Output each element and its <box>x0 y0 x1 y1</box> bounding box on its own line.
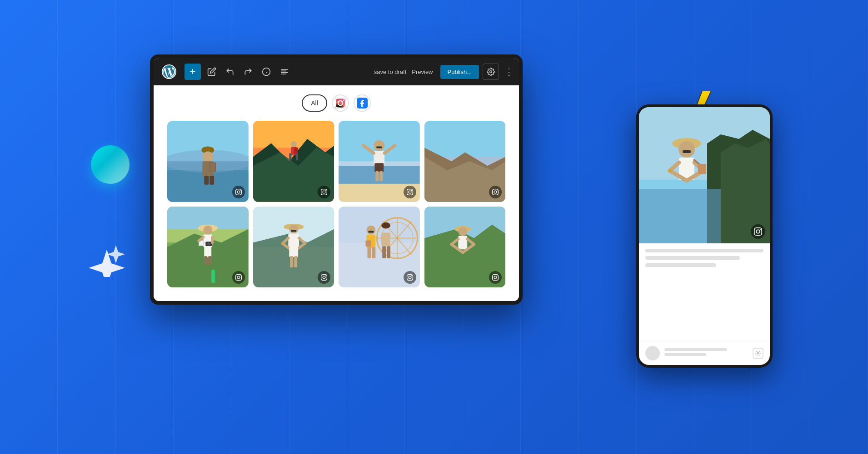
save-to-draft-button[interactable]: save to draft <box>374 69 407 75</box>
svg-point-18 <box>202 151 213 162</box>
filter-tab-facebook[interactable] <box>354 94 371 112</box>
mobile-content <box>639 243 770 341</box>
svg-rect-10 <box>335 98 346 109</box>
svg-rect-67 <box>208 256 211 265</box>
photo-item-6[interactable] <box>253 207 334 288</box>
instagram-badge-5 <box>232 271 245 284</box>
settings-button[interactable] <box>483 64 499 80</box>
filter-tab-instagram[interactable] <box>332 94 349 112</box>
mobile-footer-line-1 <box>664 348 727 351</box>
svg-point-72 <box>289 224 298 233</box>
svg-rect-47 <box>424 121 506 157</box>
mobile-frame <box>636 104 773 368</box>
photo-item-7[interactable] <box>339 207 420 288</box>
svg-rect-44 <box>375 171 379 181</box>
svg-rect-81 <box>290 256 293 267</box>
align-icon[interactable] <box>277 64 292 79</box>
svg-rect-33 <box>296 153 298 160</box>
svg-rect-65 <box>204 246 211 257</box>
svg-rect-73 <box>291 230 296 232</box>
svg-rect-96 <box>366 240 371 247</box>
mobile-avatar <box>645 346 660 360</box>
svg-point-128 <box>757 352 759 354</box>
instagram-badge-4 <box>489 186 502 198</box>
svg-rect-93 <box>367 247 371 258</box>
svg-rect-94 <box>372 247 375 258</box>
svg-rect-64 <box>211 269 215 283</box>
svg-rect-21 <box>210 163 215 172</box>
svg-rect-107 <box>458 236 467 249</box>
svg-rect-23 <box>210 176 214 185</box>
svg-rect-84 <box>339 207 420 242</box>
mobile-footer-line-2 <box>664 353 706 356</box>
svg-rect-22 <box>204 176 209 185</box>
svg-rect-127 <box>698 164 706 174</box>
wp-toolbar: + <box>154 58 519 85</box>
wp-content: All <box>154 85 519 301</box>
svg-rect-80 <box>289 247 298 257</box>
plus-icon: + <box>190 67 196 77</box>
photo-grid <box>167 121 505 287</box>
undo-icon[interactable] <box>223 64 237 79</box>
add-block-button[interactable]: + <box>185 64 201 80</box>
mobile-footer-lines <box>664 348 748 358</box>
edit-tool-icon[interactable] <box>205 64 219 79</box>
laptop-mockup: + <box>150 54 523 400</box>
svg-point-9 <box>490 71 492 73</box>
svg-rect-116 <box>639 189 721 243</box>
mobile-text-line-2 <box>645 256 740 260</box>
svg-point-106 <box>458 227 467 236</box>
svg-point-29 <box>290 141 297 148</box>
svg-rect-119 <box>683 150 691 153</box>
svg-rect-45 <box>379 171 383 181</box>
mobile-text-line-3 <box>645 263 716 267</box>
svg-rect-79 <box>281 242 284 244</box>
instagram-badge-3 <box>404 186 416 198</box>
photo-item-8[interactable] <box>424 207 506 288</box>
svg-point-118 <box>678 141 695 158</box>
instagram-badge-7 <box>404 271 416 284</box>
wp-logo[interactable] <box>159 62 179 82</box>
instagram-badge-8 <box>489 271 502 284</box>
photo-item-1[interactable] <box>167 121 249 202</box>
svg-rect-99 <box>382 246 386 258</box>
photo-item-5[interactable] <box>167 207 249 288</box>
svg-rect-74 <box>288 233 299 248</box>
svg-rect-100 <box>387 246 390 258</box>
svg-rect-40 <box>374 151 384 164</box>
redo-icon[interactable] <box>241 64 255 79</box>
more-options-button[interactable]: ⋮ <box>504 66 514 77</box>
deco-circle <box>91 145 130 184</box>
mobile-instagram-badge <box>751 224 765 239</box>
mobile-photo <box>639 107 770 243</box>
svg-rect-95 <box>368 231 374 232</box>
filter-tabs: All <box>167 94 505 112</box>
svg-point-101 <box>381 222 390 228</box>
laptop-frame: + <box>150 54 523 305</box>
svg-rect-43 <box>374 163 384 172</box>
svg-point-91 <box>366 225 375 234</box>
info-icon[interactable] <box>259 64 274 79</box>
instagram-badge-6 <box>318 271 330 284</box>
photo-item-2[interactable] <box>253 121 334 202</box>
filter-tab-all[interactable]: All <box>302 94 327 112</box>
svg-rect-66 <box>204 256 207 265</box>
svg-rect-32 <box>289 153 291 160</box>
svg-point-38 <box>374 140 384 151</box>
publish-button[interactable]: Publish... <box>440 65 479 79</box>
preview-button[interactable]: Preview <box>412 69 433 75</box>
svg-point-59 <box>207 242 210 245</box>
instagram-badge-2 <box>318 186 330 198</box>
svg-rect-39 <box>376 147 382 148</box>
svg-rect-125 <box>668 169 672 172</box>
photo-item-4[interactable] <box>424 121 506 202</box>
instagram-badge-1 <box>232 186 245 198</box>
svg-rect-82 <box>294 256 297 267</box>
svg-rect-98 <box>381 232 390 246</box>
mobile-footer <box>639 341 770 365</box>
mobile-text-line-1 <box>645 249 763 252</box>
laptop-screen: + <box>154 58 519 301</box>
svg-rect-31 <box>294 148 298 154</box>
svg-point-56 <box>203 225 212 234</box>
photo-item-3[interactable] <box>339 121 420 202</box>
